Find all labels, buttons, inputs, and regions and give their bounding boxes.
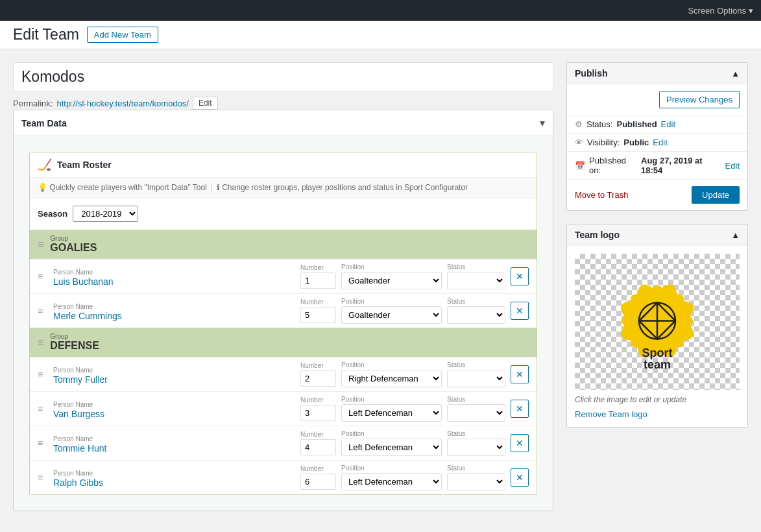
team-data-toggle[interactable]: ▾: [540, 117, 545, 129]
number-input[interactable]: [300, 439, 336, 455]
permalink-edit-button[interactable]: Edit: [193, 97, 218, 110]
number-input[interactable]: [300, 474, 336, 490]
published-edit-link[interactable]: Edit: [725, 161, 740, 171]
remove-player-button[interactable]: ✕: [511, 302, 529, 320]
player-row: ≡ Person Name Van Burgess Number Positio…: [30, 391, 537, 426]
publish-title: Publish: [575, 68, 608, 79]
roster-hints: 💡 Quickly create players with "Import Da…: [30, 178, 537, 198]
player-name-link[interactable]: Ralph Gibbs: [53, 478, 295, 488]
roster-section: 🏒 Team Roster 💡 Quickly create players w…: [29, 152, 537, 495]
player-drag-handle[interactable]: ≡: [38, 271, 48, 282]
screen-options-button[interactable]: Screen Options ▾: [688, 6, 753, 16]
group-drag-handle[interactable]: ≡: [38, 337, 43, 348]
remove-player-button[interactable]: ✕: [511, 267, 529, 285]
status-label: Status: [447, 298, 505, 305]
visibility-edit-link[interactable]: Edit: [653, 138, 667, 147]
number-input[interactable]: [300, 307, 336, 323]
status-label: Status: [447, 263, 505, 271]
logo-header[interactable]: Team logo ▲: [567, 224, 747, 246]
number-field: Number: [300, 465, 336, 490]
player-row: ≡ Person Name Tommie Hunt Number Positio…: [30, 426, 537, 460]
team-data-header[interactable]: Team Data ▾: [14, 110, 553, 136]
number-input[interactable]: [300, 405, 336, 421]
remove-logo-link[interactable]: Remove Team logo: [575, 409, 740, 419]
remove-player-button[interactable]: ✕: [511, 400, 529, 418]
roster-hint1: 💡 Quickly create players with "Import Da…: [38, 183, 207, 192]
number-label: Number: [300, 362, 336, 369]
position-select[interactable]: GoaltenderRight DefencemanLeft Defencema…: [341, 439, 442, 456]
status-field: Status: [447, 361, 505, 387]
status-select[interactable]: [447, 404, 505, 422]
status-value: Published: [616, 119, 657, 129]
team-data-metabox: Team Data ▾ 🏒 Team Roster 💡 Quickly crea…: [13, 110, 553, 511]
logo-title: Team logo: [575, 230, 620, 240]
remove-player-button[interactable]: ✕: [511, 365, 529, 383]
group-label: Group: [50, 235, 97, 242]
number-input[interactable]: [300, 370, 336, 387]
remove-player-button[interactable]: ✕: [511, 468, 529, 487]
preview-changes-button[interactable]: Preview Changes: [659, 91, 740, 108]
person-name-label: Person Name: [53, 470, 93, 477]
number-input[interactable]: [300, 272, 336, 289]
sidebar: Publish ▲ Preview Changes ⚙ Status: Publ…: [566, 62, 748, 524]
trash-link[interactable]: Move to Trash: [575, 190, 628, 200]
status-select[interactable]: [447, 439, 505, 456]
status-select[interactable]: [447, 306, 505, 324]
permalink-url[interactable]: http://sl-hockey.test/team/komodos/: [56, 99, 189, 108]
player-name-link[interactable]: Merle Cummings: [53, 311, 295, 321]
remove-player-button[interactable]: ✕: [511, 434, 529, 452]
player-drag-handle[interactable]: ≡: [38, 306, 48, 316]
person-name-label: Person Name: [53, 401, 93, 408]
publish-footer: Move to Trash Update: [567, 179, 747, 210]
group-label: Group: [50, 333, 99, 340]
player-drag-handle[interactable]: ≡: [38, 438, 48, 448]
number-field: Number: [300, 396, 336, 421]
group-name: DEFENSE: [50, 340, 99, 351]
publish-toggle[interactable]: ▲: [731, 69, 740, 79]
season-select[interactable]: 2018-2019 2017-2018 2016-2017: [73, 206, 138, 222]
status-select[interactable]: [447, 272, 505, 289]
roster-header: 🏒 Team Roster: [30, 152, 537, 178]
player-name-link[interactable]: Tommy Fuller: [53, 374, 295, 385]
player-drag-handle[interactable]: ≡: [38, 369, 48, 380]
player-name-link[interactable]: Luis Buchanan: [53, 276, 295, 287]
status-select[interactable]: [447, 473, 505, 490]
status-field: Status: [447, 430, 505, 456]
position-select[interactable]: GoaltenderRight DefencemanLeft Defencema…: [341, 473, 442, 490]
person-name-label: Person Name: [53, 269, 93, 276]
status-edit-link[interactable]: Edit: [661, 119, 675, 129]
position-select[interactable]: GoaltenderRight DefencemanLeft Defencema…: [341, 272, 442, 289]
group-drag-handle[interactable]: ≡: [38, 239, 43, 250]
logo-svg: Sport team: [612, 269, 703, 375]
season-label: Season: [38, 209, 67, 219]
team-title-input[interactable]: [13, 62, 553, 91]
player-drag-handle[interactable]: ≡: [38, 404, 48, 414]
player-info: Person Name Luis Buchanan: [53, 267, 295, 287]
group-name: GOALIES: [50, 242, 97, 253]
player-info: Person Name Van Burgess: [53, 399, 295, 419]
position-field: Position GoaltenderRight DefencemanLeft …: [341, 396, 442, 422]
status-field: Status: [447, 263, 505, 289]
team-logo-image[interactable]: Sport team: [575, 254, 740, 390]
position-field: Position GoaltenderRight DefencemanLeft …: [341, 361, 442, 387]
status-field: Status: [447, 465, 505, 490]
position-field: Position GoaltenderRight DefencemanLeft …: [341, 465, 442, 490]
update-button[interactable]: Update: [692, 186, 740, 204]
publish-header[interactable]: Publish ▲: [567, 63, 747, 84]
status-select[interactable]: [447, 370, 505, 387]
player-drag-handle[interactable]: ≡: [38, 472, 48, 483]
add-new-team-button[interactable]: Add New Team: [87, 27, 158, 43]
screen-options-label: Screen Options: [688, 6, 746, 16]
status-field: Status: [447, 298, 505, 324]
team-data-body: 🏒 Team Roster 💡 Quickly create players w…: [14, 136, 553, 511]
number-field: Number: [300, 264, 336, 289]
player-name-link[interactable]: Van Burgess: [53, 409, 295, 419]
player-name-link[interactable]: Tommie Hunt: [53, 443, 295, 453]
position-select[interactable]: GoaltenderRight DefencemanLeft Defencema…: [341, 404, 442, 422]
position-select[interactable]: GoaltenderRight DefencemanLeft Defencema…: [341, 370, 442, 387]
logo-toggle[interactable]: ▲: [731, 230, 740, 240]
person-name-label: Person Name: [53, 367, 93, 374]
position-select[interactable]: GoaltenderRight DefencemanLeft Defencema…: [341, 306, 442, 324]
team-data-title: Team Data: [21, 118, 67, 128]
player-info: Person Name Ralph Gibbs: [53, 468, 295, 488]
